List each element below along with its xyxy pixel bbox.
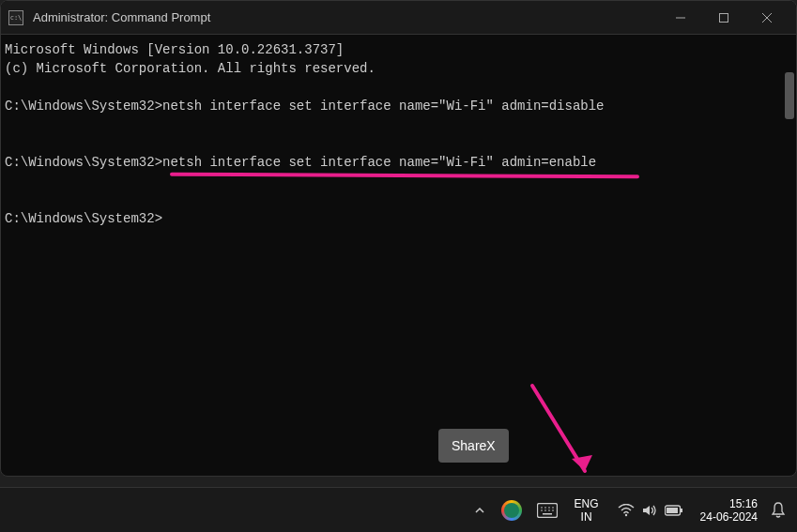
touch-keyboard-button[interactable]: [529, 488, 565, 533]
bell-icon: [771, 502, 786, 519]
svg-point-10: [552, 507, 554, 509]
taskbar: ENG IN 15:16 24-06-2024: [0, 487, 797, 532]
version-line: Microsoft Windows [Version 10.0.22631.37…: [5, 40, 792, 59]
titlebar[interactable]: c:\ Administrator: Command Prompt: [1, 1, 796, 35]
edge-icon: [501, 500, 522, 521]
lang-top: ENG: [575, 497, 599, 510]
svg-point-7: [541, 507, 543, 509]
terminal-content[interactable]: Microsoft Windows [Version 10.0.22631.37…: [1, 35, 796, 476]
command-2: netsh interface set interface name="Wi-F…: [162, 155, 596, 170]
svg-rect-1: [720, 13, 728, 22]
clock[interactable]: 15:16 24-06-2024: [693, 488, 765, 533]
scrollbar-thumb[interactable]: [785, 72, 794, 119]
blank-line: [5, 115, 792, 134]
svg-point-9: [548, 507, 550, 509]
command-1: netsh interface set interface name="Wi-F…: [162, 99, 604, 114]
command-line-3: C:\Windows\System32>: [5, 209, 792, 228]
svg-point-14: [552, 509, 554, 511]
prompt: C:\Windows\System32>: [5, 211, 162, 226]
blank-line: [5, 190, 792, 209]
wifi-icon: [618, 504, 635, 517]
battery-icon: [665, 505, 683, 516]
command-line-2: C:\Windows\System32>netsh interface set …: [5, 153, 792, 172]
keyboard-icon: [537, 503, 558, 518]
svg-rect-6: [537, 503, 557, 517]
sharex-label: ShareX: [452, 438, 496, 453]
blank-line: [5, 134, 792, 153]
svg-point-13: [548, 509, 550, 511]
tray-overflow-button[interactable]: [466, 488, 494, 533]
svg-rect-15: [543, 513, 552, 515]
notifications-button[interactable]: [765, 488, 797, 533]
svg-rect-19: [667, 508, 678, 513]
prompt: C:\Windows\System32>: [5, 155, 162, 170]
svg-point-11: [541, 509, 543, 511]
language-indicator[interactable]: ENG IN: [565, 488, 608, 533]
close-button[interactable]: [745, 1, 789, 35]
copyright-line: (c) Microsoft Corporation. All rights re…: [5, 59, 792, 78]
command-line-1: C:\Windows\System32>netsh interface set …: [5, 97, 792, 115]
date: 24-06-2024: [700, 510, 758, 524]
command-prompt-window: c:\ Administrator: Command Prompt Micros…: [0, 0, 797, 477]
prompt: C:\Windows\System32>: [5, 99, 162, 114]
maximize-button[interactable]: [702, 1, 745, 35]
edge-taskbar-icon[interactable]: [494, 488, 529, 533]
svg-line-4: [532, 386, 585, 471]
lang-bottom: IN: [575, 510, 599, 524]
svg-point-12: [544, 509, 546, 511]
arrow-annotation: [525, 382, 609, 477]
sharex-button[interactable]: ShareX: [438, 429, 509, 463]
svg-point-16: [624, 513, 626, 515]
system-tray[interactable]: [608, 504, 693, 517]
svg-rect-18: [681, 509, 682, 512]
svg-point-8: [544, 507, 546, 509]
blank-line: [5, 78, 792, 97]
window-controls: [659, 1, 789, 35]
time: 15:16: [700, 497, 758, 510]
minimize-button[interactable]: [659, 1, 702, 35]
window-title: Administrator: Command Prompt: [33, 10, 659, 24]
svg-marker-5: [572, 455, 592, 471]
volume-icon: [642, 504, 657, 517]
cmd-icon: c:\: [8, 10, 23, 25]
